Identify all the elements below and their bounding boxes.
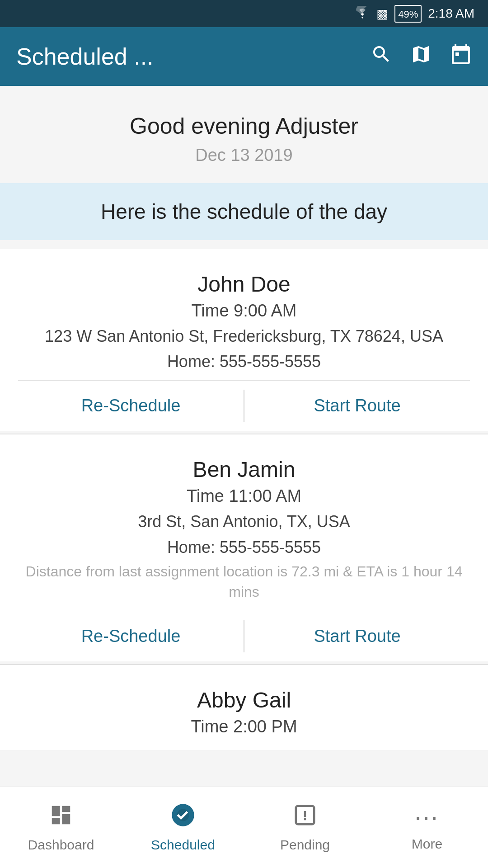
nav-item-pending[interactable]: Pending xyxy=(244,803,366,853)
scheduled-icon xyxy=(171,803,195,833)
app-bar-icons xyxy=(371,43,472,70)
main-content: Good evening Adjuster Dec 13 2019 Here i… xyxy=(0,86,488,840)
start-route-button-ben-jamin[interactable]: Start Route xyxy=(244,611,470,661)
appt-time-ben-jamin: Time 11:00 AM xyxy=(18,486,470,506)
battery-icon: 49% xyxy=(394,5,422,23)
greeting-section: Good evening Adjuster Dec 13 2019 xyxy=(0,113,488,183)
search-icon[interactable] xyxy=(371,43,392,70)
svg-rect-4 xyxy=(304,818,306,820)
appt-phone-ben-jamin: Home: 555-555-5555 xyxy=(18,538,470,557)
client-name-abby-gail: Abby Gail xyxy=(18,688,470,712)
greeting-text: Good evening Adjuster xyxy=(18,113,470,139)
time-display: 2:18 AM xyxy=(428,6,474,21)
svg-rect-3 xyxy=(304,811,306,817)
nav-label-pending: Pending xyxy=(280,837,330,853)
bottom-nav: Dashboard Scheduled Pending ⋯ More xyxy=(0,787,488,868)
signal-icon: ▩ xyxy=(376,6,388,21)
appointment-card-abby-gail: Abby Gail Time 2:00 PM xyxy=(0,664,488,750)
svg-rect-0 xyxy=(455,52,459,56)
wifi-icon xyxy=(355,6,370,22)
schedule-banner-text: Here is the schedule of the day xyxy=(101,200,387,223)
pending-icon xyxy=(293,803,317,833)
status-icons: ▩ 49% 2:18 AM xyxy=(355,5,474,23)
nav-label-scheduled: Scheduled xyxy=(151,837,215,853)
nav-label-more: More xyxy=(412,836,442,852)
more-icon: ⋯ xyxy=(414,803,440,832)
appt-distance-ben-jamin: Distance from last assignment location i… xyxy=(18,561,470,602)
dashboard-icon xyxy=(49,803,73,833)
client-name-john-doe: John Doe xyxy=(18,272,470,297)
reschedule-button-ben-jamin[interactable]: Re-Schedule xyxy=(18,611,244,661)
nav-item-dashboard[interactable]: Dashboard xyxy=(0,803,122,853)
appt-phone-john-doe: Home: 555-555-5555 xyxy=(18,352,470,371)
calendar-icon[interactable] xyxy=(450,43,472,70)
nav-item-more[interactable]: ⋯ More xyxy=(366,803,488,852)
card-actions-john-doe: Re-Schedule Start Route xyxy=(18,380,470,431)
appointment-card-john-doe: John Doe Time 9:00 AM 123 W San Antonio … xyxy=(0,249,488,431)
reschedule-button-john-doe[interactable]: Re-Schedule xyxy=(18,381,244,431)
card-actions-ben-jamin: Re-Schedule Start Route xyxy=(18,611,470,661)
appointment-card-ben-jamin: Ben Jamin Time 11:00 AM 3rd St, San Anto… xyxy=(0,434,488,661)
app-bar-title: Scheduled ... xyxy=(16,43,361,70)
map-icon[interactable] xyxy=(410,43,432,70)
app-bar: Scheduled ... xyxy=(0,27,488,86)
appt-time-abby-gail: Time 2:00 PM xyxy=(18,717,470,736)
nav-label-dashboard: Dashboard xyxy=(28,837,94,853)
appt-address-john-doe: 123 W San Antonio St, Fredericksburg, TX… xyxy=(18,325,470,348)
status-bar: ▩ 49% 2:18 AM xyxy=(0,0,488,27)
appt-time-john-doe: Time 9:00 AM xyxy=(18,301,470,321)
date-text: Dec 13 2019 xyxy=(18,146,470,165)
schedule-banner: Here is the schedule of the day xyxy=(0,183,488,240)
appt-address-ben-jamin: 3rd St, San Antonio, TX, USA xyxy=(18,510,470,533)
start-route-button-john-doe[interactable]: Start Route xyxy=(244,381,470,431)
client-name-ben-jamin: Ben Jamin xyxy=(18,457,470,482)
nav-item-scheduled[interactable]: Scheduled xyxy=(122,803,244,853)
